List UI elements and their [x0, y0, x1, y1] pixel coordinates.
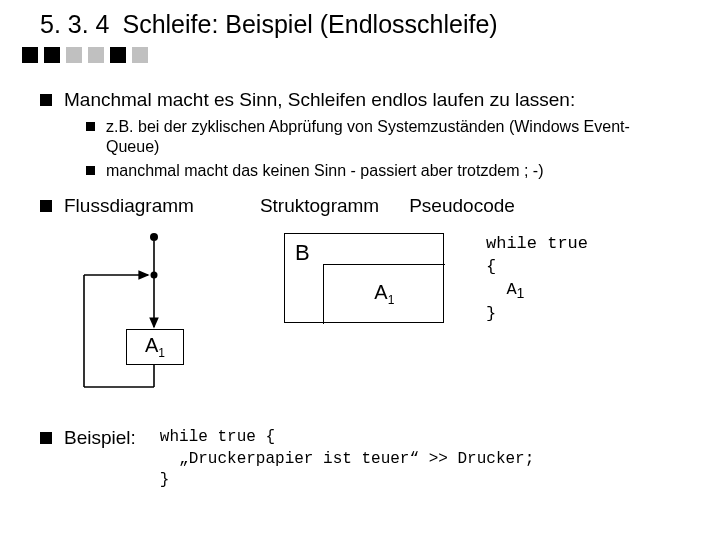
col-pseudocode: Pseudocode [409, 195, 515, 217]
square-icon [22, 47, 38, 63]
flowchart-a1-label: A [145, 334, 158, 356]
code-line: } [486, 304, 496, 323]
example-code: while true { „Druckerpapier ist teuer“ >… [160, 427, 534, 492]
code-line: A [486, 280, 517, 299]
bullet-columns: Flussdiagramm Struktogramm Pseudocode [40, 195, 680, 217]
flowchart-box-a1: A1 [126, 329, 184, 365]
sub-bullet-text: z.B. bei der zyklischen Abprüfung von Sy… [106, 118, 630, 155]
decorative-squares [22, 47, 680, 63]
code-line: while true { [160, 428, 275, 446]
col-flussdiagramm: Flussdiagramm [64, 195, 194, 217]
struktogramm-outer: B A1 [284, 233, 444, 323]
example-label: Beispiel: [40, 427, 136, 449]
bullet-intro: Manchmal macht es Sinn, Schleifen endlos… [40, 89, 680, 181]
code-line: { [486, 257, 496, 276]
diagram-row: A1 B A1 while true { A1 } [64, 227, 680, 397]
struktogramm-b-label: B [295, 240, 310, 266]
sub-bullet: manchmal macht das keinen Sinn - passier… [86, 161, 680, 181]
flowchart-svg [64, 227, 214, 397]
svg-point-0 [150, 233, 158, 241]
code-line: while true [486, 234, 588, 253]
square-icon [66, 47, 82, 63]
square-icon [132, 47, 148, 63]
slide: 5. 3. 4 Schleife: Beispiel (Endlosschlei… [0, 0, 720, 492]
code-line: „Druckerpapier ist teuer“ >> Drucker; [160, 450, 534, 468]
struktogramm-a1-label: A [374, 281, 387, 303]
square-icon [88, 47, 104, 63]
square-icon [44, 47, 60, 63]
code-line: } [160, 471, 170, 489]
struktogramm: B A1 [284, 233, 444, 323]
col-struktogramm: Struktogramm [260, 195, 379, 217]
bullet-text: Manchmal macht es Sinn, Schleifen endlos… [64, 89, 575, 110]
sub-list: z.B. bei der zyklischen Abprüfung von Sy… [86, 117, 680, 181]
struktogramm-inner: A1 [323, 264, 445, 324]
example-row: Beispiel: while true { „Druckerpapier is… [40, 427, 680, 492]
square-icon [110, 47, 126, 63]
section-title: Schleife: Beispiel (Endlosschleife) [122, 10, 497, 38]
sub-bullet-text: manchmal macht das keinen Sinn - passier… [106, 162, 544, 179]
main-list: Manchmal macht es Sinn, Schleifen endlos… [40, 89, 680, 217]
sub-bullet: z.B. bei der zyklischen Abprüfung von Sy… [86, 117, 680, 157]
section-number: 5. 3. 4 [40, 10, 110, 38]
pseudocode-block: while true { A1 } [486, 233, 588, 326]
flowchart: A1 [64, 227, 214, 397]
page-title: 5. 3. 4 Schleife: Beispiel (Endlosschlei… [40, 10, 680, 39]
